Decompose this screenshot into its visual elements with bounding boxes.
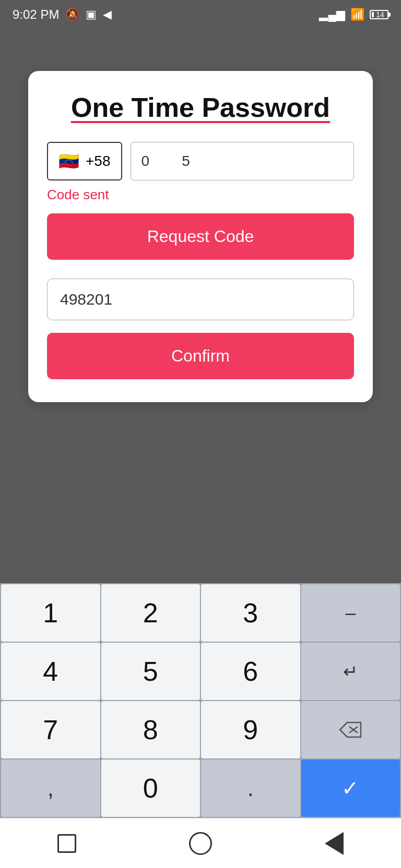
otp-input-wrap <box>47 279 354 320</box>
code-sent-label: Code sent <box>47 187 354 203</box>
nav-arrow-icon: ◀ <box>103 8 112 21</box>
key-7[interactable]: 7 <box>1 701 100 758</box>
phone-input[interactable] <box>131 142 355 180</box>
card-title: One Time Password <box>47 92 354 123</box>
key-confirm[interactable]: ✓ <box>301 760 400 817</box>
status-bar: 9:02 PM 🔕 ▣ ◀ ▂▄▆ 📶 14 <box>0 0 401 29</box>
signal-icon: ▂▄▆ <box>319 8 345 21</box>
battery-icon: 14 <box>370 10 388 19</box>
confirm-button[interactable]: Confirm <box>47 333 354 379</box>
wifi-icon: 📶 <box>350 8 364 21</box>
home-icon <box>189 832 212 855</box>
key-8[interactable]: 8 <box>101 701 200 758</box>
key-6[interactable]: 6 <box>201 643 300 700</box>
stop-icon <box>57 834 76 853</box>
key-backspace[interactable] <box>301 701 400 758</box>
phone-row: 🇻🇪 +58 <box>47 142 354 180</box>
keyboard-grid: 1 2 3 – 4 5 6 ↵ 7 8 9 , 0 . ✓ <box>0 583 401 818</box>
otp-card: One Time Password 🇻🇪 +58 Code sent Reque… <box>28 71 373 402</box>
key-0[interactable]: 0 <box>101 760 200 817</box>
keyboard-section: 1 2 3 – 4 5 6 ↵ 7 8 9 , 0 . ✓ <box>0 583 401 818</box>
time-label: 9:02 PM <box>13 7 59 22</box>
key-5[interactable]: 5 <box>101 643 200 700</box>
key-period[interactable]: . <box>201 760 300 817</box>
status-bar-left: 9:02 PM 🔕 ▣ ◀ <box>13 7 112 22</box>
key-3[interactable]: 3 <box>201 584 300 642</box>
nav-back-button[interactable] <box>319 828 350 859</box>
country-code-label: +58 <box>86 153 111 170</box>
silent-icon: 🔕 <box>65 8 79 21</box>
key-enter[interactable]: ↵ <box>301 643 400 700</box>
country-selector[interactable]: 🇻🇪 +58 <box>47 142 122 180</box>
back-icon <box>325 832 344 855</box>
battery-fill <box>372 12 374 17</box>
nav-bar <box>0 818 401 868</box>
otp-input[interactable] <box>47 279 354 320</box>
request-code-button[interactable]: Request Code <box>47 213 354 260</box>
key-9[interactable]: 9 <box>201 701 300 758</box>
flag-icon: 🇻🇪 <box>58 151 79 171</box>
key-2[interactable]: 2 <box>101 584 200 642</box>
key-minus[interactable]: – <box>301 584 400 642</box>
nav-stop-button[interactable] <box>51 828 82 859</box>
key-comma[interactable]: , <box>1 760 100 817</box>
sync-icon: ▣ <box>86 8 97 21</box>
main-area: One Time Password 🇻🇪 +58 Code sent Reque… <box>0 29 401 583</box>
nav-home-button[interactable] <box>185 828 216 859</box>
battery-label: 14 <box>376 10 384 19</box>
key-1[interactable]: 1 <box>1 584 100 642</box>
key-4[interactable]: 4 <box>1 643 100 700</box>
status-bar-right: ▂▄▆ 📶 14 <box>319 8 388 21</box>
